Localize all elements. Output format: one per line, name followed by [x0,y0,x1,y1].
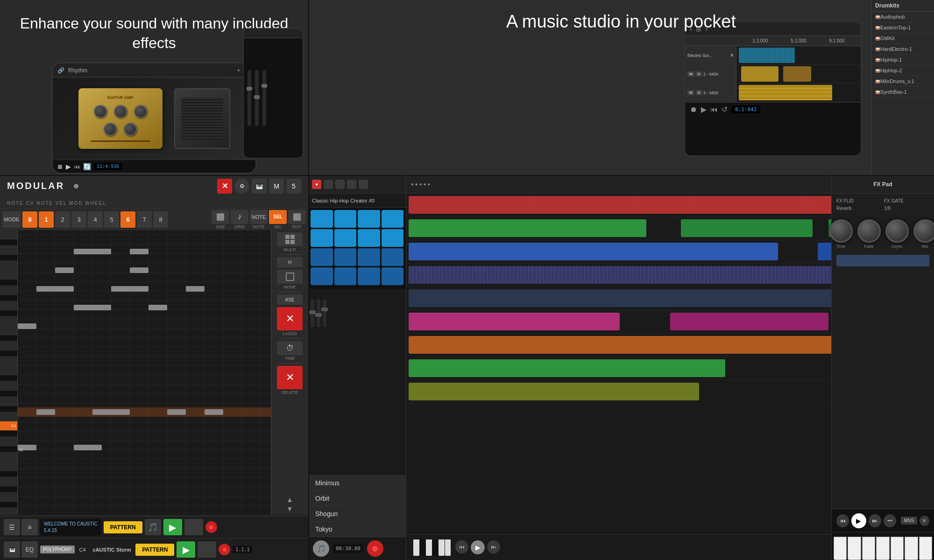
play-btn-2[interactable]: ▶ [177,541,195,558]
pad-2-1[interactable] [311,229,333,247]
instrument-tokyo[interactable]: Tokyo [308,522,406,537]
arr-key-3[interactable] [439,539,445,556]
pad-3-2[interactable] [334,248,357,266]
loop-btn[interactable]: 🔄 [83,163,91,170]
t-play-main[interactable]: ▶ [851,513,866,528]
list-icon[interactable]: ≡ [21,519,38,535]
arr-key-b2[interactable] [432,539,439,556]
clip-2[interactable] [741,66,778,82]
plus-icon[interactable]: ＋ [236,66,241,74]
play-btn-small[interactable]: ▶ [66,163,71,170]
pad-2-3[interactable] [358,229,380,247]
pad-4-2[interactable] [334,267,357,285]
knob-time-ctrl[interactable] [829,219,853,243]
fader-3[interactable] [262,70,266,126]
note-icon[interactable]: NOTE [250,210,268,224]
step-5[interactable]: 5 [104,211,119,228]
knob-mix-ctrl[interactable] [913,219,934,243]
fader-1[interactable] [248,70,251,126]
time-icon[interactable]: ⏱ [277,341,303,355]
arr-play-btn[interactable]: ▶ [471,540,485,554]
solo-btn-2[interactable]: S [696,71,702,77]
app-icon-4[interactable] [359,180,368,189]
none-icon[interactable] [277,270,303,284]
arr-prev-btn[interactable]: ⏮ [455,540,468,553]
pattern-btn-1[interactable]: PATTERN [104,521,142,533]
arr-next-btn[interactable]: ⏭ [487,540,500,553]
pad-4-4[interactable] [382,267,404,285]
play-btn-main[interactable]: ▶ [163,519,182,535]
piano-icon[interactable]: 🎹 [252,179,267,194]
app-icon-1[interactable] [324,180,333,189]
record-btn[interactable]: ⏺ [690,105,697,114]
clip-3[interactable] [739,85,832,100]
mute-btn-2[interactable]: M [687,71,694,77]
mini-key-6[interactable] [905,537,918,560]
arr-clip-8[interactable] [409,359,725,377]
size-icon[interactable] [212,210,229,224]
step-8-num[interactable]: 8 [153,211,168,228]
step-8[interactable]: 8 [22,211,37,228]
step-4[interactable]: 4 [88,211,103,228]
app-rec-icon[interactable]: ● [312,180,321,189]
ase-btn[interactable]: ASE [277,294,303,305]
knob-fade-ctrl[interactable] [857,219,881,243]
stop-btn[interactable]: ⏹ [57,163,63,170]
close-btn-1[interactable]: ✕ [730,53,734,58]
arr-key-b1[interactable] [420,539,426,556]
t-next[interactable]: ⏭ [869,514,881,527]
stop-space[interactable] [184,519,203,535]
eq-icon[interactable]: EQ [21,541,38,558]
instrument-orbit[interactable]: Orbit [308,491,406,506]
mini-key-1[interactable] [834,537,847,560]
pad-1-3[interactable] [358,210,380,228]
pad-2-4[interactable] [382,229,404,247]
arr-clip-6-2[interactable] [670,313,828,330]
drumkit-hardelectro[interactable]: 🥁 HardElectro-1 [871,44,934,55]
step-7-num[interactable]: 7 [137,211,152,228]
tune-icon[interactable]: 🎵 [145,519,161,535]
back-btn-daw[interactable]: ⏮ [710,105,718,114]
stop-space-2[interactable] [198,541,216,558]
mode-btn[interactable]: MODE [2,211,21,228]
pad-4-1[interactable] [311,267,333,285]
instrument-shogun[interactable]: Shogun [308,506,406,522]
app-icon-2[interactable] [335,180,345,189]
edit-icon[interactable] [288,210,306,224]
clip-1[interactable] [739,48,795,63]
drumkit-gmkit[interactable]: 🥁 GMKit [871,33,934,44]
pad-4-3[interactable] [358,267,380,285]
scroll-up[interactable]: ▲ [285,496,295,503]
knob-4[interactable] [104,123,117,136]
drumkit-milodrums[interactable]: 🥁 MiloDrums_v.1 [871,76,934,87]
arr-clip-6-1[interactable] [409,313,620,330]
pad-3-4[interactable] [382,248,404,266]
t-prev[interactable]: ⏮ [836,514,849,527]
clip-2b[interactable] [783,66,811,82]
settings-knob[interactable]: ⚙ [234,179,249,194]
fader-2[interactable] [255,70,259,126]
arr-key-2[interactable] [426,539,432,556]
knob-3[interactable] [134,105,147,118]
piano-roll-icon[interactable]: 🎹 [4,541,20,558]
step-2[interactable]: 2 [55,211,70,228]
loop-btn-daw[interactable]: ↺ [722,105,728,114]
step-3[interactable]: 3 [71,211,86,228]
arr-clip-2-1[interactable] [409,219,646,237]
lasso-icon[interactable]: ✕ [277,307,303,330]
knob-5[interactable] [124,123,137,136]
number-icon[interactable]: 5 [286,179,301,194]
drumkit-hiphop2[interactable]: 🥁 HipHop-2 [871,65,934,76]
pattern-btn-2[interactable]: PATTERN [135,544,174,556]
knob-async-ctrl[interactable] [885,219,909,243]
mini-key-7[interactable] [919,537,932,560]
fader-strip-3[interactable] [323,299,326,327]
pad-1-1[interactable] [311,210,333,228]
grid-icon[interactable]: ♪ [231,210,248,224]
delete-icon[interactable]: ✕ [277,366,303,389]
arr-key-4[interactable] [445,539,451,556]
mini-key-3[interactable] [862,537,875,560]
knob-1[interactable] [94,105,107,118]
drumkit-synthbas[interactable]: 🥁 SynthBas-1 [871,87,934,98]
arr-key-1[interactable] [413,539,419,556]
